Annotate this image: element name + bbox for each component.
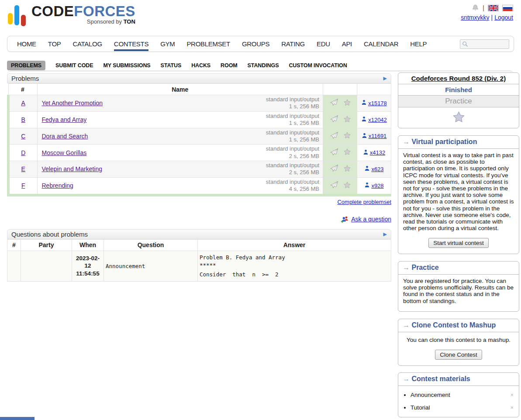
clone-mashup-text: You can clone this contest to a mashup. [398,332,519,347]
submit-plane-icon[interactable] [330,131,338,141]
contest-status: Finished [398,84,519,95]
practice-text: You are registered for practice. You can… [398,275,519,311]
flag-en-icon[interactable] [488,5,499,11]
material-announcement-link[interactable]: Announcement [411,392,450,398]
ask-question-link[interactable]: Ask a question [351,216,391,223]
problem-name-link[interactable]: Yet Another Promotion [42,100,103,107]
problem-constraints: standard input/output1 s, 256 MB [266,113,319,127]
contest-navigation: PROBLEMS SUBMIT CODE MY SUBMISSIONS STAT… [7,61,514,71]
solved-count-link[interactable]: x4132 [370,149,385,156]
start-virtual-contest-button[interactable]: Start virtual contest [428,238,489,248]
favorite-star-icon[interactable] [344,132,351,140]
problem-constraints: standard input/output1 s, 256 MB [266,129,319,144]
submit-plane-icon[interactable] [330,164,338,174]
question-answer: Problem B. Fedya and Array ***** Conside… [198,251,391,281]
nav-gym[interactable]: GYM [160,37,175,51]
qcol-when: When [72,239,104,251]
list-item: Tutorial × [411,401,514,414]
problem-constraints: standard input/output2 s, 256 MB [266,162,319,176]
problem-name-link[interactable]: Fedya and Array [42,116,87,123]
search-box[interactable] [460,39,509,49]
solved-count-link[interactable]: x623 [371,166,383,172]
contest-info-box: Codeforces Round 852 (Div. 2) Finished P… [398,72,519,128]
virtual-participation-text: Virtual contest is a way to take part in… [398,149,519,235]
problem-letter-link[interactable]: E [21,165,25,172]
close-icon[interactable]: × [511,405,514,411]
solved-count-link[interactable]: x15178 [368,100,387,107]
solved-user-icon [361,100,367,107]
nav-groups[interactable]: GROUPS [242,37,269,51]
question-text: Announcement [104,251,198,281]
table-row: E Velepin and Marketing standard input/o… [8,161,391,178]
nav-help[interactable]: HELP [410,37,427,51]
bell-icon[interactable] [472,4,479,11]
nav-contests[interactable]: CONTESTS [114,37,148,51]
search-input[interactable] [469,41,506,48]
nav-api[interactable]: API [342,37,352,51]
nav-home[interactable]: HOME [17,37,36,51]
problem-letter-link[interactable]: D [21,149,25,156]
header-separator: | [483,4,484,11]
search-icon [462,41,468,47]
qcol-index: # [7,239,21,251]
tab-my-submissions[interactable]: MY SUBMISSIONS [103,62,150,69]
material-tutorial-link[interactable]: Tutorial [411,404,430,411]
solved-count-link[interactable]: x11691 [369,133,387,139]
problem-letter-link[interactable]: F [21,182,25,189]
problem-name-link[interactable]: Velepin and Marketing [42,165,103,172]
problem-letter-link[interactable]: A [21,100,25,107]
contest-materials-box: → Contest materials Announcement × Tutor… [398,372,519,417]
username-link[interactable]: sntmxykky [461,14,489,21]
solved-user-icon [364,165,370,172]
problem-name-link[interactable]: Moscow Gorillas [42,149,87,156]
favorite-star-icon[interactable] [344,182,351,190]
problem-name-link[interactable]: Rebrending [42,182,73,189]
codeforces-logo[interactable]: CODEFORCES Sponsored by TON [8,3,135,28]
submit-plane-icon[interactable] [330,115,338,124]
solved-user-icon [362,133,367,140]
nav-top[interactable]: TOP [48,37,61,51]
submit-plane-icon[interactable] [330,181,338,190]
tab-submit-code[interactable]: SUBMIT CODE [55,62,93,69]
tab-hacks[interactable]: HACKS [191,62,210,69]
contest-materials-caption: → Contest materials [398,373,519,386]
col-name: Name [37,84,323,95]
clone-contest-button[interactable]: Clone Contest [435,350,482,360]
nav-problemset[interactable]: PROBLEMSET [186,37,230,51]
flag-ru-icon[interactable] [502,5,513,11]
tab-status[interactable]: STATUS [161,62,182,69]
complete-problemset-link[interactable]: Complete problemset [337,199,391,205]
problems-expand-icon[interactable]: ▶ [383,76,387,81]
footer-strip [0,417,35,420]
questions-expand-icon[interactable]: ▶ [383,231,387,237]
solved-count-link[interactable]: x12042 [368,117,387,123]
tab-problems[interactable]: PROBLEMS [7,61,45,70]
favorite-star-icon[interactable] [344,116,351,124]
nav-edu[interactable]: EDU [317,37,330,51]
contest-title-row: Codeforces Round 852 (Div. 2) [398,73,519,84]
favorite-star-icon[interactable] [344,148,351,157]
favorite-star-icon[interactable] [344,165,351,173]
favorite-star-icon[interactable] [344,99,351,107]
solved-count-link[interactable]: x928 [371,182,383,189]
close-icon[interactable]: × [511,392,514,398]
tab-custom-invocation[interactable]: CUSTOM INVOCATION [289,62,347,69]
problem-name-link[interactable]: Dora and Search [42,133,88,140]
question-party [21,251,72,281]
tab-standings[interactable]: STANDINGS [248,62,279,69]
favorite-contest-star-icon[interactable] [453,116,465,124]
submit-plane-icon[interactable] [330,148,338,158]
problem-letter-link[interactable]: B [21,116,25,123]
nav-calendar[interactable]: CALENDAR [364,37,398,51]
submit-plane-icon[interactable] [330,98,338,108]
qcol-party: Party [21,239,72,251]
clone-mashup-box: → Clone Contest to Mashup You can clone … [398,319,519,366]
problem-letter-link[interactable]: C [21,133,25,140]
nav-catalog[interactable]: CATALOG [72,37,102,51]
logo-tagline: Sponsored by TON [31,18,135,25]
tab-room[interactable]: ROOM [221,62,238,69]
contest-star-row [398,107,519,128]
nav-rating[interactable]: RATING [281,37,305,51]
contest-title-link[interactable]: Codeforces Round 852 (Div. 2) [411,75,506,82]
logout-link[interactable]: Logout [494,14,513,21]
